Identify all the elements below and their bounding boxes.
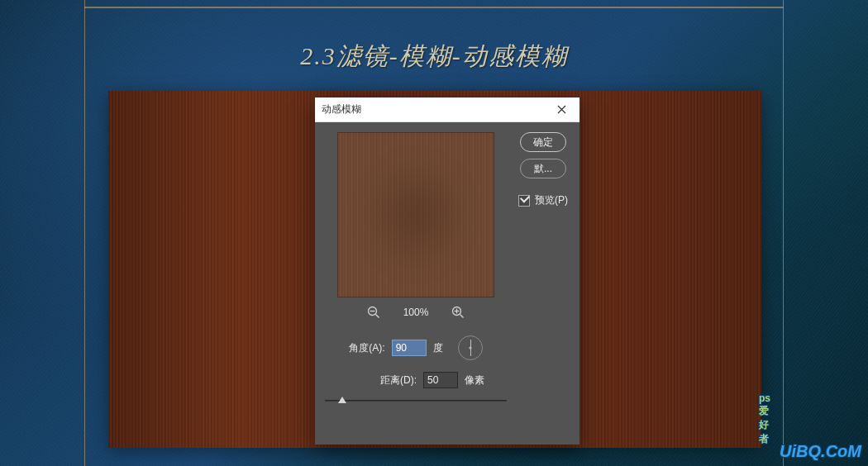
distance-row: 距离(D): 像素 xyxy=(358,372,507,388)
distance-label: 距离(D): xyxy=(380,373,417,388)
dialog-body: 100% 角度(A): 度 距离(D): 像素 xyxy=(315,122,579,445)
preview-checkbox-row[interactable]: 预览(P) xyxy=(518,193,568,207)
angle-dial[interactable] xyxy=(458,335,483,360)
zoom-controls: 100% xyxy=(325,306,507,319)
motion-blur-dialog: 动感模糊 100% xyxy=(315,97,579,445)
angle-unit: 度 xyxy=(433,341,443,355)
dialog-left-column: 100% 角度(A): 度 距离(D): 像素 xyxy=(325,132,507,435)
dialog-right-column: 确定 默... 预览(P) xyxy=(517,132,570,435)
watermark-ps: ps爱好者 xyxy=(759,392,770,446)
page-title: 2.3滤镜-模糊-动感模糊 xyxy=(0,40,868,74)
distance-slider[interactable] xyxy=(325,400,507,402)
svg-line-1 xyxy=(375,315,379,318)
zoom-out-icon[interactable] xyxy=(367,306,380,319)
parameter-controls: 角度(A): 度 距离(D): 像素 xyxy=(325,335,507,402)
close-icon xyxy=(557,105,566,114)
preview-checkbox-label: 预览(P) xyxy=(535,193,568,207)
dialog-title: 动感模糊 xyxy=(322,102,550,116)
angle-label: 角度(A): xyxy=(349,341,384,355)
watermark: ps爱好者 UiBQ.CoM xyxy=(780,442,861,461)
slider-thumb[interactable] xyxy=(338,397,346,403)
close-button[interactable] xyxy=(550,101,573,119)
dialog-titlebar[interactable]: 动感模糊 xyxy=(315,97,579,122)
ok-button[interactable]: 确定 xyxy=(520,132,566,152)
cancel-button[interactable]: 默... xyxy=(520,159,566,178)
watermark-text: UiBQ.CoM xyxy=(780,442,861,460)
svg-line-4 xyxy=(460,315,464,318)
zoom-in-icon[interactable] xyxy=(451,306,465,319)
angle-input[interactable] xyxy=(392,340,427,356)
zoom-value: 100% xyxy=(403,307,429,318)
preview-checkbox[interactable] xyxy=(518,195,530,207)
distance-unit: 像素 xyxy=(465,373,484,388)
distance-input[interactable] xyxy=(423,372,458,388)
angle-row: 角度(A): 度 xyxy=(325,335,507,360)
preview-area[interactable] xyxy=(337,132,494,297)
